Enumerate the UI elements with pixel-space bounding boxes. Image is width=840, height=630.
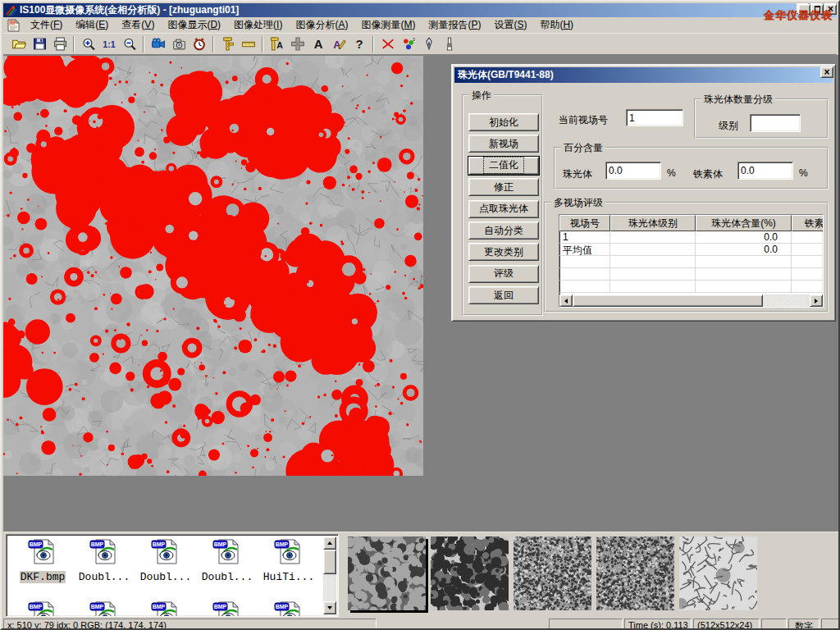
actual-size-1-1-button[interactable]: 1:1 bbox=[98, 34, 119, 53]
video-camera-button[interactable] bbox=[148, 34, 168, 53]
table-row-4[interactable] bbox=[559, 268, 823, 281]
file-name[interactable]: Doubl... bbox=[78, 571, 130, 583]
file-list-scrollbar[interactable] bbox=[323, 536, 336, 614]
pearlite-percent-input[interactable] bbox=[605, 162, 661, 180]
print-button[interactable] bbox=[49, 34, 70, 53]
op-button-6[interactable]: 自动分类 bbox=[468, 221, 539, 240]
op-button-4[interactable]: 修正 bbox=[468, 178, 539, 196]
thumbnail-4[interactable] bbox=[596, 536, 674, 610]
help-question-button[interactable]: ? bbox=[349, 34, 369, 53]
file-name[interactable]: HuiTi... bbox=[262, 571, 315, 583]
scroll-left-button[interactable] bbox=[559, 294, 573, 307]
annotate-pencil-button[interactable]: A bbox=[328, 34, 349, 53]
file-item-2[interactable]: BMPDoubl... bbox=[75, 538, 134, 583]
ruler-button[interactable] bbox=[238, 34, 258, 53]
color-particles-button[interactable]: 3 bbox=[398, 34, 418, 53]
file-scroll-thumb[interactable] bbox=[323, 550, 336, 574]
scroll-track[interactable] bbox=[763, 294, 810, 307]
grade-input[interactable] bbox=[750, 114, 801, 132]
zoom-in-button[interactable] bbox=[78, 34, 98, 53]
svg-text:BMP: BMP bbox=[153, 604, 166, 609]
file-name[interactable]: DKF.bmp bbox=[20, 571, 66, 583]
scroll-up-button[interactable] bbox=[323, 536, 336, 550]
menu-item-2[interactable]: 编辑(E) bbox=[69, 16, 115, 34]
color-particles-icon: 3 bbox=[401, 37, 416, 51]
curve-tools-button[interactable] bbox=[377, 34, 398, 53]
pen-nib-button[interactable] bbox=[418, 34, 439, 53]
caliper-button[interactable] bbox=[217, 34, 238, 53]
brush-button[interactable] bbox=[439, 34, 459, 53]
op-button-7[interactable]: 更改类别 bbox=[468, 243, 539, 261]
measure-font-button[interactable]: A bbox=[267, 34, 287, 53]
scroll-down-button[interactable] bbox=[323, 601, 336, 614]
current-field-input[interactable] bbox=[626, 109, 683, 126]
table-hscrollbar[interactable] bbox=[559, 294, 823, 307]
file-list: BMPDKF.bmpBMPDoubl...BMPDoubl...BMPDoubl… bbox=[6, 534, 339, 617]
table-row-2[interactable]: 平均值0.0 bbox=[559, 244, 823, 256]
bmp-file-icon: BMP bbox=[151, 600, 180, 617]
help-question-icon: ? bbox=[352, 37, 367, 51]
column-header-2[interactable]: 珠光体级别 bbox=[610, 215, 696, 231]
op-button-1[interactable]: 初始化 bbox=[468, 113, 539, 131]
file-item-row2-2[interactable]: BMP bbox=[75, 600, 134, 617]
column-header-3[interactable]: 珠光体含量(%) bbox=[696, 215, 792, 231]
video-camera-icon bbox=[151, 37, 166, 51]
open-folder-button[interactable] bbox=[8, 34, 29, 53]
table-row-5[interactable] bbox=[559, 281, 823, 293]
op-button-2[interactable]: 新视场 bbox=[468, 135, 539, 153]
scroll-right-button[interactable] bbox=[810, 294, 823, 307]
ferrite-percent-input[interactable] bbox=[737, 162, 793, 180]
zoom-out-button[interactable] bbox=[119, 34, 139, 53]
bmp-file-icon: BMP bbox=[89, 600, 119, 617]
menu-item-3[interactable]: 查看(V) bbox=[115, 16, 161, 34]
scroll-thumb[interactable] bbox=[573, 294, 763, 307]
child-restore-button[interactable] bbox=[811, 4, 824, 15]
child-minimize-button[interactable] bbox=[798, 4, 810, 15]
metallographic-image[interactable] bbox=[3, 56, 423, 476]
thumbnail-1[interactable] bbox=[348, 536, 426, 610]
document-icon: DOC bbox=[7, 19, 21, 32]
menu-item-10[interactable]: 帮助(H) bbox=[533, 16, 580, 34]
menu-item-1[interactable]: 文件(F) bbox=[24, 16, 69, 34]
thumbnail-5[interactable] bbox=[679, 536, 757, 610]
file-item-5[interactable]: BMPHuiTi... bbox=[259, 538, 318, 583]
rating-table-header: 视场号珠光体级别珠光体含量(%)铁素体含量(%) bbox=[559, 215, 823, 231]
text-a-button[interactable]: A bbox=[308, 34, 328, 53]
op-button-3[interactable]: 二值化 bbox=[468, 157, 539, 175]
column-header-1[interactable]: 视场号 bbox=[559, 215, 610, 231]
file-item-row2-1[interactable]: BMP bbox=[13, 600, 72, 617]
menu-item-9[interactable]: 设置(S) bbox=[487, 16, 533, 34]
save-button[interactable] bbox=[29, 34, 49, 53]
file-item-3[interactable]: BMPDoubl... bbox=[136, 538, 195, 583]
rating-table: 视场号珠光体级别珠光体含量(%)铁素体含量(%) 10.0平均值0.0 bbox=[559, 214, 824, 308]
file-item-row2-3[interactable]: BMP bbox=[136, 600, 195, 617]
menu-item-7[interactable]: 图像测量(M) bbox=[354, 16, 422, 34]
table-row-1[interactable]: 10.0 bbox=[559, 231, 823, 244]
table-row-3[interactable] bbox=[559, 256, 823, 268]
status-segment-4: (512x512x24) bbox=[693, 619, 760, 630]
menu-item-4[interactable]: 图像显示(D) bbox=[161, 16, 227, 34]
thumbnail-3[interactable] bbox=[514, 536, 591, 610]
dialog-title-bar[interactable]: 珠光体(GB/T9441-88) bbox=[454, 67, 833, 83]
menu-item-6[interactable]: 图像分析(A) bbox=[289, 16, 354, 34]
grid-cross-button[interactable] bbox=[287, 34, 308, 53]
camera-button[interactable] bbox=[168, 34, 189, 53]
file-name[interactable]: Doubl... bbox=[201, 571, 253, 583]
svg-text:A: A bbox=[276, 40, 283, 50]
menu-item-8[interactable]: 测量报告(P) bbox=[422, 16, 487, 34]
file-item-1[interactable]: BMPDKF.bmp bbox=[13, 538, 72, 583]
dialog-close-button[interactable]: × bbox=[820, 66, 833, 78]
file-item-4[interactable]: BMPDoubl... bbox=[198, 538, 257, 583]
file-name[interactable]: Doubl... bbox=[139, 571, 192, 583]
timer-clock-button[interactable] bbox=[189, 34, 209, 53]
file-item-row2-4[interactable]: BMP bbox=[198, 600, 257, 617]
op-button-8[interactable]: 评级 bbox=[468, 265, 539, 283]
table-cell bbox=[696, 268, 792, 280]
menu-item-5[interactable]: 图像处理(I) bbox=[227, 16, 289, 34]
op-button-5[interactable]: 点取珠光体 bbox=[468, 200, 539, 218]
column-header-4[interactable]: 铁素体含量(%) bbox=[792, 215, 824, 231]
op-button-9[interactable]: 返回 bbox=[468, 286, 539, 304]
thumbnail-2[interactable] bbox=[431, 536, 509, 610]
child-close-button[interactable]: × bbox=[824, 4, 837, 15]
file-item-row2-5[interactable]: BMP bbox=[259, 600, 318, 617]
